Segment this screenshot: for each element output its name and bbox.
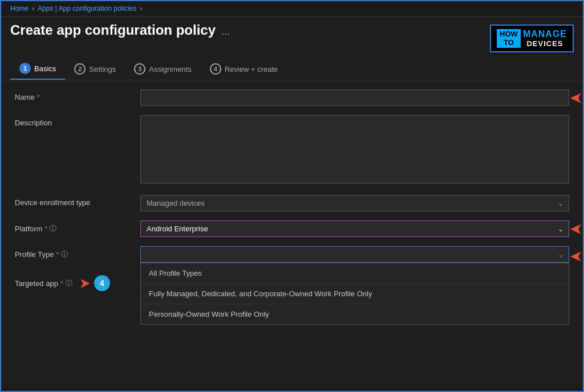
profile-type-dropdown: ⌄ All Profile Types Fully Managed, Dedic… xyxy=(140,246,569,263)
device-enrollment-select-wrapper: Managed devices ⌄ xyxy=(140,195,569,211)
name-label: Name * xyxy=(15,89,140,101)
tab-settings-num: 2 xyxy=(74,63,86,75)
tab-review-create[interactable]: 4 Review + create xyxy=(201,59,287,79)
profile-type-wrap: ⌄ All Profile Types Fully Managed, Dedic… xyxy=(140,246,569,263)
profile-type-required: * xyxy=(56,250,59,259)
description-input[interactable] xyxy=(140,115,569,183)
tab-review-label: Review + create xyxy=(225,65,278,74)
name-input[interactable] xyxy=(140,89,569,106)
tab-review-num: 4 xyxy=(210,63,221,75)
tab-assignments-num: 3 xyxy=(134,63,145,75)
breadcrumb-apps[interactable]: Apps | App configuration policies xyxy=(38,5,136,13)
profile-type-select-wrapper: ⌄ xyxy=(140,246,569,263)
logo-manage: MANAGE DEVICES xyxy=(523,29,567,48)
targeted-app-required: * xyxy=(60,279,63,288)
breadcrumb-sep1: › xyxy=(32,5,34,13)
targeted-app-info-icon[interactable]: ⓘ xyxy=(66,279,72,288)
tab-settings[interactable]: 2 Settings xyxy=(65,59,125,79)
dropdown-item-personally-owned[interactable]: Personally-Owned Work Profile Only xyxy=(141,304,569,324)
page-header: Create app configuration policy ... HOW … xyxy=(1,17,583,52)
tab-bar: 1 Basics 2 Settings 3 Assignments 4 Revi… xyxy=(1,52,583,80)
description-row: Description xyxy=(15,115,569,186)
profile-type-select[interactable] xyxy=(140,246,569,263)
profile-type-label: Profile Type * ⓘ xyxy=(15,246,140,259)
platform-row: Platform * ⓘ Android Enterprise ⌄ ➤ 2 xyxy=(15,220,569,237)
page-title: Create app configuration policy xyxy=(10,22,216,38)
tab-basics[interactable]: 1 Basics xyxy=(10,58,65,80)
platform-required: * xyxy=(44,224,47,233)
platform-label: Platform * ⓘ xyxy=(15,220,140,234)
device-enrollment-row: Device enrollment type Managed devices ⌄ xyxy=(15,195,569,211)
platform-select[interactable]: Android Enterprise xyxy=(140,220,569,237)
main-content: Name * ➤ 1 Description Device enrollment… xyxy=(1,80,583,387)
device-enrollment-wrap: Managed devices ⌄ xyxy=(140,195,569,211)
logo: HOW TO MANAGE DEVICES xyxy=(490,24,574,52)
breadcrumb-sep2: › xyxy=(140,5,142,13)
tab-settings-label: Settings xyxy=(89,65,116,74)
profile-type-dropdown-menu: All Profile Types Fully Managed, Dedicat… xyxy=(140,263,569,325)
breadcrumb-home[interactable]: Home xyxy=(10,5,29,13)
platform-input-wrap: Android Enterprise ⌄ ➤ 2 xyxy=(140,220,569,237)
logo-how: HOW TO xyxy=(497,29,521,48)
dropdown-item-all-profile-types[interactable]: All Profile Types xyxy=(141,263,569,284)
logo-manage-text: MANAGE xyxy=(523,29,567,39)
tab-assignments-label: Assignments xyxy=(149,65,191,74)
tab-assignments[interactable]: 3 Assignments xyxy=(125,59,200,79)
logo-devices-text: DEVICES xyxy=(526,39,563,48)
breadcrumb: Home › Apps | App configuration policies… xyxy=(1,1,583,17)
tab-basics-num: 1 xyxy=(19,63,31,74)
name-input-wrap: ➤ 1 xyxy=(140,89,569,106)
dropdown-item-fully-managed[interactable]: Fully Managed, Dedicated, and Corporate-… xyxy=(141,284,569,304)
profile-type-info-icon[interactable]: ⓘ xyxy=(61,250,68,259)
device-enrollment-select[interactable]: Managed devices xyxy=(140,195,569,211)
device-enrollment-label: Device enrollment type xyxy=(15,195,140,207)
ellipsis-button[interactable]: ... xyxy=(221,26,230,38)
platform-info-icon[interactable]: ⓘ xyxy=(50,224,56,234)
name-required: * xyxy=(37,93,40,101)
description-input-wrap xyxy=(140,115,569,186)
description-label: Description xyxy=(15,115,140,127)
name-row: Name * ➤ 1 xyxy=(15,89,569,106)
targeted-app-label: Targeted app * ⓘ ➤ 4 xyxy=(15,272,140,291)
platform-select-wrapper: Android Enterprise ⌄ xyxy=(140,220,569,237)
annotation-4: 4 xyxy=(94,275,110,291)
profile-type-row: Profile Type * ⓘ ⌄ All Profile Types Ful… xyxy=(15,246,569,263)
tab-basics-label: Basics xyxy=(34,64,56,73)
